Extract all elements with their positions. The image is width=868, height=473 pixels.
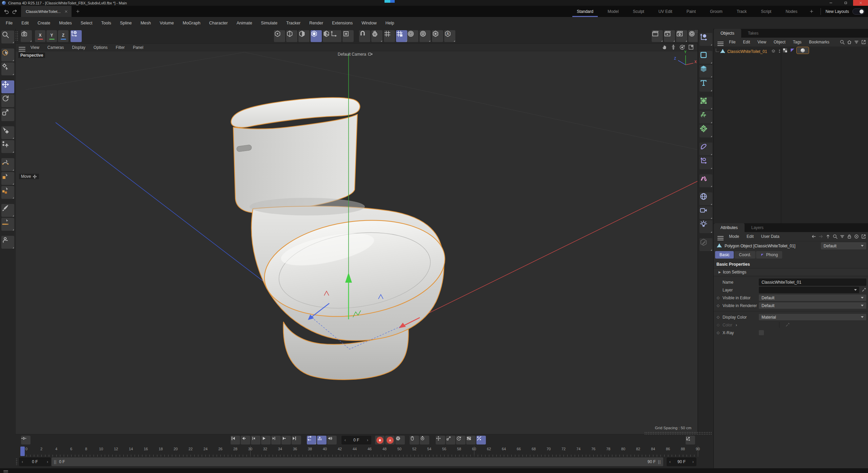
viewport-menu-panel[interactable]: Panel [129, 45, 147, 50]
layout-tab-uv-edit[interactable]: UV Edit [651, 6, 679, 17]
export-icon[interactable] [861, 39, 866, 45]
keyable-diamond[interactable]: ◇ [714, 296, 723, 300]
falloff-button[interactable] [407, 30, 418, 42]
maximize-button[interactable] [838, 0, 853, 6]
volume-builder-button[interactable] [699, 111, 712, 124]
object-tree[interactable]: ClassicWhiteToilet_01 [714, 47, 868, 224]
line-cut-button[interactable] [1, 218, 14, 231]
search-icon[interactable] [832, 234, 838, 239]
filter-icon[interactable] [840, 234, 845, 239]
attr-menu-edit[interactable]: Edit [743, 234, 757, 239]
menu-create[interactable]: Create [33, 21, 55, 25]
sketch-button[interactable] [1, 236, 14, 249]
axis-lock-z-button[interactable]: Z [58, 30, 68, 42]
close-button[interactable] [853, 0, 868, 6]
move-button[interactable] [1, 80, 14, 93]
toilet-model[interactable] [231, 98, 451, 380]
brush-button[interactable] [1, 204, 14, 217]
expand-icon[interactable]: › [736, 323, 737, 327]
menu-tools[interactable]: Tools [97, 21, 116, 25]
mode-edges-button[interactable] [286, 30, 297, 42]
orbit-button[interactable] [679, 44, 685, 50]
next-frame-button[interactable] [271, 436, 281, 444]
workplane-button[interactable] [330, 30, 341, 42]
undo-button[interactable] [3, 8, 9, 15]
spinner-right-arrow[interactable]: › [44, 459, 51, 464]
coordinate-system-button[interactable] [71, 30, 82, 42]
toggle-layout-button[interactable] [688, 44, 694, 50]
om-menu-tags[interactable]: Tags [789, 40, 805, 44]
menu-select[interactable]: Select [76, 21, 97, 25]
om-menu-object[interactable]: Object [770, 40, 789, 44]
selection-move-button[interactable] [1, 126, 14, 139]
range-start-spinner[interactable]: ‹ 0 F › [19, 457, 51, 466]
viewport-menu-filter[interactable]: Filter [112, 45, 129, 50]
edit-render-settings-button[interactable] [676, 30, 687, 42]
vis-dots-icon[interactable] [777, 49, 782, 54]
tab-attributes[interactable]: Attributes [714, 223, 745, 232]
up-icon[interactable] [825, 234, 831, 239]
layout-tab-groom[interactable]: Groom [703, 6, 730, 17]
redo-button[interactable] [12, 8, 18, 15]
prev-key-button[interactable] [241, 436, 250, 444]
filter-eye-button[interactable] [432, 30, 443, 42]
menu-help[interactable]: Help [381, 21, 399, 25]
record-position-button[interactable] [436, 436, 445, 444]
viewport-canvas[interactable] [16, 44, 697, 434]
menu-modes[interactable]: Modes [55, 21, 76, 25]
tab-layers[interactable]: Layers [745, 223, 770, 232]
tweak-button[interactable] [1, 62, 14, 75]
menu-tracker[interactable]: Tracker [282, 21, 305, 25]
lock-icon[interactable] [847, 234, 852, 239]
display-color-select[interactable]: Material [759, 314, 866, 320]
record-parameter-button[interactable] [466, 436, 476, 444]
camera-label[interactable]: Default Camera [338, 52, 373, 57]
spline-rect-button[interactable] [699, 51, 712, 64]
keyable-diamond[interactable]: ◇ [714, 323, 723, 327]
phong-tag-icon[interactable] [790, 48, 795, 53]
object-name[interactable]: ClassicWhiteToilet_01 [727, 49, 767, 54]
filter-icon[interactable] [854, 39, 859, 45]
workplane-mode-button[interactable] [342, 30, 354, 42]
add-tab-button[interactable] [74, 7, 82, 16]
keyable-diamond[interactable]: ◇ [714, 330, 723, 335]
range-start-handle[interactable]: || [54, 459, 57, 464]
render-picture-viewer-button[interactable] [664, 30, 675, 42]
axis-workplane-button[interactable] [699, 33, 712, 46]
om-menu-icon[interactable] [716, 40, 725, 45]
menu-character[interactable]: Character [205, 21, 232, 25]
attr-menu-icon[interactable] [716, 234, 725, 239]
autokey-button[interactable]: A [385, 436, 395, 444]
menu-spline[interactable]: Spline [116, 21, 136, 25]
layout-tab-standard[interactable]: Standard [570, 6, 600, 17]
range-end-handle[interactable]: || [658, 459, 661, 464]
eyedropper-icon[interactable] [861, 287, 866, 292]
menu-extensions[interactable]: Extensions [328, 21, 357, 25]
axis-lock-x-button[interactable]: X [35, 30, 45, 42]
material-tag-icon[interactable] [797, 48, 808, 53]
camera-object-button[interactable] [699, 206, 712, 219]
icon-settings-section[interactable]: ▶ Icon Settings [714, 268, 868, 276]
point-level-animation-button[interactable] [476, 436, 486, 444]
keyable-diamond[interactable]: ◇ [714, 315, 723, 319]
add-layout-button[interactable] [805, 9, 818, 14]
om-menu-view[interactable]: View [754, 40, 770, 44]
menu-simulate[interactable]: Simulate [257, 21, 282, 25]
range-drag-handle[interactable] [16, 458, 18, 466]
view-label[interactable]: Perspective [18, 53, 45, 58]
tab-takes[interactable]: Takes [741, 29, 765, 38]
layout-tab-nodes[interactable]: Nodes [778, 6, 805, 17]
uvw-tag-icon[interactable] [782, 48, 788, 53]
menu-render[interactable]: Render [305, 21, 328, 25]
generator-button[interactable] [699, 125, 712, 137]
pan-button[interactable] [662, 44, 668, 50]
preset-dropdown[interactable]: Default [821, 242, 866, 249]
timeline-ruler[interactable]: 0246810121416182022242628303234363840424… [15, 446, 709, 457]
quantize-button[interactable] [384, 30, 395, 42]
section-tab-coord[interactable]: Coord. [734, 251, 755, 259]
menu-mograph[interactable]: MoGraph [178, 21, 205, 25]
rotate-button[interactable] [1, 94, 14, 107]
mode-model-button[interactable] [311, 30, 322, 42]
current-frame-field[interactable]: ‹ 0 F › [341, 436, 371, 444]
primitive-cube-button[interactable] [699, 65, 712, 78]
